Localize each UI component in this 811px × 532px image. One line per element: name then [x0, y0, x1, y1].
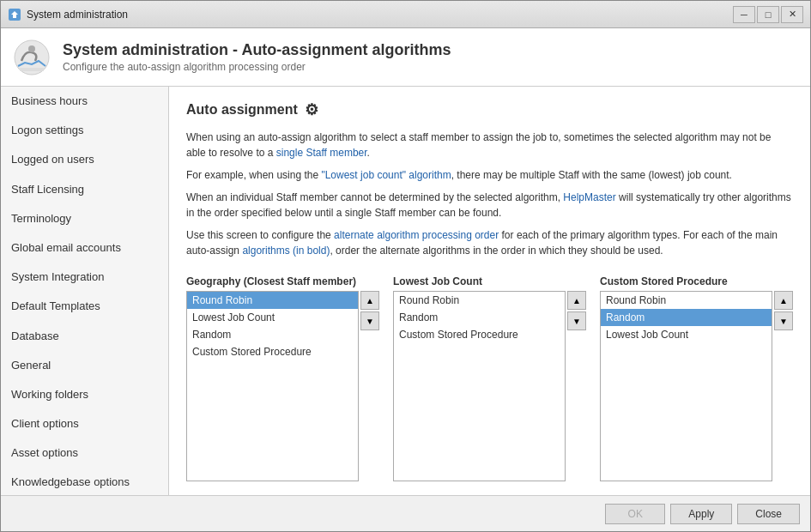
lowest-job-count-list-panel: Lowest Job Count Round Robin Random Cust… — [393, 275, 586, 481]
maximize-button[interactable]: □ — [757, 6, 779, 23]
list-item[interactable]: Round Robin — [187, 292, 358, 309]
highlight-algorithms: algorithms (in bold) — [242, 245, 330, 257]
sidebar-item-global-email-accounts[interactable]: Global email accounts — [1, 233, 168, 263]
sidebar-item-staff-licensing[interactable]: Staff Licensing — [1, 175, 168, 204]
lists-container: Geography (Closest Staff member) Round R… — [186, 275, 793, 481]
highlight-alternate: alternate algorithm processing order — [334, 229, 499, 241]
sidebar-item-asset-options[interactable]: Asset options — [1, 438, 168, 468]
custom-stored-procedure-down-button[interactable]: ▼ — [774, 311, 793, 330]
close-button[interactable]: Close — [737, 504, 800, 524]
title-bar-text: System administration — [27, 9, 733, 21]
custom-stored-procedure-list-box[interactable]: Round Robin Random Lowest Job Count — [600, 291, 772, 481]
lowest-job-count-down-button[interactable]: ▼ — [567, 311, 586, 330]
title-bar: System administration ─ □ ✕ — [1, 1, 810, 28]
list-item[interactable]: Random — [187, 326, 358, 343]
footer-bar: OK Apply Close — [1, 495, 810, 531]
list-item[interactable]: Custom Stored Procedure — [394, 326, 565, 343]
list-item[interactable]: Custom Stored Procedure — [187, 343, 358, 360]
app-icon — [8, 8, 21, 21]
highlight-helpmaster: HelpMaster — [563, 191, 615, 203]
header-text: System administration - Auto-assignment … — [63, 41, 451, 73]
geography-list-box[interactable]: Round Robin Lowest Job Count Random Cust… — [186, 291, 359, 481]
main-window: System administration ─ □ ✕ System admin… — [0, 0, 811, 532]
list-item[interactable]: Lowest Job Count — [187, 309, 358, 326]
lowest-job-count-up-button[interactable]: ▲ — [567, 291, 586, 310]
list-item[interactable]: Lowest Job Count — [601, 326, 772, 343]
ok-button[interactable]: OK — [605, 504, 665, 524]
description-4: Use this screen to configure the alterna… — [186, 227, 793, 258]
content-area: Business hours Logon settings Logged on … — [1, 87, 810, 495]
custom-stored-procedure-list-panel: Custom Stored Procedure Round Robin Rand… — [600, 275, 793, 481]
header-subtitle: Configure the auto-assign algorithm proc… — [63, 61, 451, 73]
header-bar: System administration - Auto-assignment … — [1, 28, 810, 87]
lowest-job-count-list-buttons: ▲ ▼ — [567, 291, 586, 481]
sidebar-item-working-folders[interactable]: Working folders — [1, 380, 168, 409]
minimize-button[interactable]: ─ — [733, 6, 755, 23]
sidebar-item-database[interactable]: Database — [1, 322, 168, 351]
description-3: When an individual Staff member cannot b… — [186, 190, 793, 221]
close-window-button[interactable]: ✕ — [781, 6, 803, 23]
sidebar: Business hours Logon settings Logged on … — [1, 87, 169, 495]
header-icon — [11, 37, 52, 78]
list-item[interactable]: Round Robin — [601, 292, 772, 309]
sidebar-item-terminology[interactable]: Terminology — [1, 204, 168, 233]
sidebar-item-business-hours[interactable]: Business hours — [1, 87, 168, 116]
sidebar-item-system-integration[interactable]: System Integration — [1, 263, 168, 292]
title-bar-buttons: ─ □ ✕ — [733, 6, 803, 23]
custom-stored-procedure-list-label: Custom Stored Procedure — [600, 275, 793, 287]
geography-list-with-buttons: Round Robin Lowest Job Count Random Cust… — [186, 291, 379, 481]
highlight-lowest-job-count: "Lowest job count" algorithm — [321, 169, 451, 181]
description-1: When using an auto-assign algorithm to s… — [186, 130, 793, 160]
svg-point-2 — [28, 45, 35, 52]
geography-list-label: Geography (Closest Staff member) — [186, 275, 379, 287]
apply-button[interactable]: Apply — [670, 504, 732, 524]
custom-stored-procedure-list-buttons: ▲ ▼ — [774, 291, 793, 481]
auto-assign-icon: ⚙ — [305, 100, 318, 119]
svg-rect-3 — [20, 68, 44, 71]
custom-stored-procedure-list-with-buttons: Round Robin Random Lowest Job Count ▲ ▼ — [600, 291, 793, 481]
sidebar-item-knowledgebase-options[interactable]: Knowledgebase options — [1, 468, 168, 495]
lowest-job-count-list-box[interactable]: Round Robin Random Custom Stored Procedu… — [393, 291, 566, 481]
geography-list-buttons: ▲ ▼ — [360, 291, 379, 481]
section-title-text: Auto assignment — [186, 102, 298, 118]
section-title: Auto assignment ⚙ — [186, 100, 793, 119]
sidebar-item-client-options[interactable]: Client options — [1, 409, 168, 438]
description-2: For example, when using the "Lowest job … — [186, 167, 793, 183]
list-item[interactable]: Random — [394, 309, 565, 326]
sidebar-item-logon-settings[interactable]: Logon settings — [1, 116, 168, 145]
list-item[interactable]: Round Robin — [394, 292, 565, 309]
custom-stored-procedure-up-button[interactable]: ▲ — [774, 291, 793, 310]
geography-down-button[interactable]: ▼ — [360, 311, 379, 330]
header-title: System administration - Auto-assignment … — [63, 41, 451, 59]
geography-list-panel: Geography (Closest Staff member) Round R… — [186, 275, 379, 481]
main-content: Auto assignment ⚙ When using an auto-ass… — [169, 87, 810, 495]
sidebar-item-general[interactable]: General — [1, 351, 168, 380]
list-item[interactable]: Random — [601, 309, 772, 326]
lowest-job-count-list-with-buttons: Round Robin Random Custom Stored Procedu… — [393, 291, 586, 481]
geography-up-button[interactable]: ▲ — [360, 291, 379, 310]
lowest-job-count-list-label: Lowest Job Count — [393, 275, 586, 287]
highlight-single-staff: single Staff member — [276, 147, 367, 159]
sidebar-item-default-templates[interactable]: Default Templates — [1, 292, 168, 321]
sidebar-item-logged-on-users[interactable]: Logged on users — [1, 145, 168, 174]
